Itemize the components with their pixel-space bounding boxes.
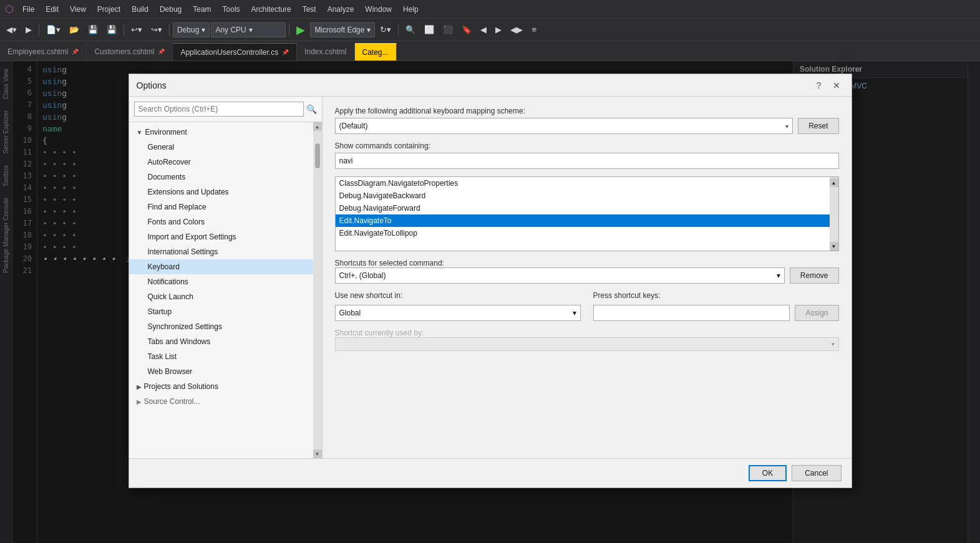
tree-child-general[interactable]: General xyxy=(129,140,313,155)
browser-dropdown[interactable]: Microsoft Edge ▾ xyxy=(310,22,375,37)
reset-button[interactable]: Reset xyxy=(798,118,838,134)
shortcuts-section: Shortcuts for selected command: Ctrl+, (… xyxy=(335,259,839,284)
cpu-dropdown[interactable]: Any CPU ▾ xyxy=(211,22,286,37)
tree-scrollbar[interactable]: ▲ ▼ xyxy=(313,122,322,458)
remove-button[interactable]: Remove xyxy=(790,267,839,284)
tree-child-web-browser[interactable]: Web Browser xyxy=(129,364,313,379)
toolbar-btn3[interactable]: 🔖 xyxy=(458,22,475,37)
menu-build[interactable]: Build xyxy=(127,2,153,16)
app-icon: ⬡ xyxy=(5,3,14,15)
new-shortcut-row: Use new shortcut in: Global ▾ Press shor… xyxy=(335,291,839,321)
debug-dropdown[interactable]: Debug ▾ xyxy=(173,22,210,37)
toolbar-btn1[interactable]: ⬜ xyxy=(420,22,438,37)
tree-scroll-up[interactable]: ▲ xyxy=(313,122,322,131)
press-shortcut-input[interactable] xyxy=(593,305,790,321)
save-btn[interactable]: 💾 xyxy=(84,22,102,37)
tree-child-keyboard[interactable]: Keyboard xyxy=(129,259,313,274)
save-all-btn[interactable]: 💾 xyxy=(103,22,120,37)
tab-employees[interactable]: Employees.cshtml 📌 xyxy=(0,43,87,60)
menu-architecture[interactable]: Architecture xyxy=(246,2,296,16)
run-btn[interactable]: ▶ xyxy=(293,21,309,39)
dialog-close-btn[interactable]: ✕ xyxy=(829,78,844,93)
tree-with-scroll: ▼ Environment General AutoRecover Docume… xyxy=(129,122,322,458)
search-icon[interactable]: 🔍 xyxy=(306,104,317,114)
tree-child-startup[interactable]: Startup xyxy=(129,304,313,319)
cmd-item-edit-navigate-lollipop[interactable]: Edit.NavigateToLollipop xyxy=(336,227,830,239)
menu-bar: ⬡ File Edit View Project Build Debug Tea… xyxy=(0,0,980,19)
options-dialog: Options ? ✕ 🔍 xyxy=(129,74,852,488)
tree-child-import-export[interactable]: Import and Export Settings xyxy=(129,229,313,244)
tab-app-users-controller[interactable]: ApplicationUsersController.cs 📌 xyxy=(173,43,297,60)
commands-scroll-down[interactable]: ▼ xyxy=(830,242,838,251)
tree-scroll-thumb[interactable] xyxy=(315,143,320,168)
tree-node-source-control[interactable]: ▶ Source Control... xyxy=(129,394,313,409)
tree-child-autorecover[interactable]: AutoRecover xyxy=(129,155,313,170)
menu-tools[interactable]: Tools xyxy=(218,2,245,16)
expand-source-icon: ▶ xyxy=(137,398,142,405)
tree-child-notifications[interactable]: Notifications xyxy=(129,274,313,289)
commands-input[interactable] xyxy=(335,153,839,169)
shortcuts-label: Shortcuts for selected command: xyxy=(335,259,839,267)
cmd-item-class-diagram[interactable]: ClassDiagram.NavigatetoProperties xyxy=(336,177,830,190)
tree-child-find-replace[interactable]: Find and Replace xyxy=(129,199,313,214)
tree-child-sync-settings[interactable]: Synchronized Settings xyxy=(129,319,313,334)
ok-button[interactable]: OK xyxy=(749,465,787,481)
search-options-input[interactable] xyxy=(134,102,304,117)
tree-node-environment[interactable]: ▼ Environment xyxy=(129,125,313,140)
shortcuts-row: Ctrl+, (Global) ▾ Remove xyxy=(335,267,839,284)
open-btn[interactable]: 📂 xyxy=(65,22,83,37)
menu-help[interactable]: Help xyxy=(398,2,424,16)
tree-child-tabs-windows[interactable]: Tabs and Windows xyxy=(129,334,313,349)
tree-child-extensions[interactable]: Extensions and Updates xyxy=(129,185,313,199)
new-file-btn[interactable]: 📄▾ xyxy=(42,22,64,37)
sep4 xyxy=(289,24,289,36)
shortcuts-chevron: ▾ xyxy=(777,271,780,280)
refresh-btn[interactable]: ↻▾ xyxy=(376,22,395,37)
undo-btn[interactable]: ↩▾ xyxy=(127,22,146,37)
commands-scroll-up[interactable]: ▲ xyxy=(830,178,838,187)
menu-window[interactable]: Window xyxy=(360,2,397,16)
commands-list: ClassDiagram.NavigatetoProperties Debug.… xyxy=(335,176,839,251)
menu-team[interactable]: Team xyxy=(188,2,216,16)
tree-node-projects[interactable]: ▶ Projects and Solutions xyxy=(129,379,313,394)
menu-view[interactable]: View xyxy=(65,2,91,16)
menu-analyze[interactable]: Analyze xyxy=(323,2,359,16)
tab-customers[interactable]: Customers.cshtml 📌 xyxy=(87,43,173,60)
cmd-item-debug-backward[interactable]: Debug.NavigateBackward xyxy=(336,190,830,202)
menu-project[interactable]: Project xyxy=(92,2,125,16)
use-shortcut-dropdown[interactable]: Global ▾ xyxy=(335,305,581,321)
tree-child-task-list[interactable]: Task List xyxy=(129,349,313,364)
keyboard-mapping-dropdown[interactable]: (Default) ▾ xyxy=(335,118,793,134)
search-box-wrap: 🔍 xyxy=(129,97,322,122)
forward-btn[interactable]: ▶ xyxy=(22,22,36,37)
cmd-item-edit-navigate[interactable]: Edit.NavigateTo xyxy=(336,214,830,227)
menu-file[interactable]: File xyxy=(17,2,39,16)
tree-child-international[interactable]: International Settings xyxy=(129,244,313,259)
back-btn[interactable]: ◀▾ xyxy=(2,22,21,37)
toolbar-btn5[interactable]: ▶ xyxy=(492,22,505,37)
tab-categ[interactable]: Categ... xyxy=(355,43,397,60)
menu-test[interactable]: Test xyxy=(298,2,321,16)
assign-button[interactable]: Assign xyxy=(795,305,838,321)
redo-btn[interactable]: ↪▾ xyxy=(147,22,166,37)
tree-child-quick-launch[interactable]: Quick Launch xyxy=(129,289,313,304)
keyboard-mapping-label: Apply the following additional keyboard … xyxy=(335,107,839,115)
toolbar-btn2[interactable]: ⬛ xyxy=(439,22,457,37)
tree-child-documents[interactable]: Documents xyxy=(129,170,313,185)
commands-scrollbar[interactable]: ▲ ▼ xyxy=(830,177,838,251)
search-toolbar-btn[interactable]: 🔍 xyxy=(402,22,419,37)
cmd-item-debug-forward[interactable]: Debug.NavigateForward xyxy=(336,202,830,214)
tree-child-fonts-colors[interactable]: Fonts and Colors xyxy=(129,214,313,229)
tree-scroll-down[interactable]: ▼ xyxy=(313,449,322,458)
main-area: Class View Server Explorer Toolbox Packa… xyxy=(0,61,980,543)
dialog-help-btn[interactable]: ? xyxy=(812,78,827,93)
toolbar-btn7[interactable]: ≡ xyxy=(528,22,540,37)
toolbar-btn4[interactable]: ◀ xyxy=(477,22,490,37)
menu-debug[interactable]: Debug xyxy=(155,2,187,16)
menu-edit[interactable]: Edit xyxy=(41,2,64,16)
shortcuts-dropdown[interactable]: Ctrl+, (Global) ▾ xyxy=(335,267,785,284)
tab-index[interactable]: Index.cshtml xyxy=(297,43,354,60)
press-shortcut-section: Press shortcut keys: Assign xyxy=(593,291,839,321)
cancel-button[interactable]: Cancel xyxy=(792,465,841,481)
toolbar-btn6[interactable]: ◀▶ xyxy=(507,22,526,37)
